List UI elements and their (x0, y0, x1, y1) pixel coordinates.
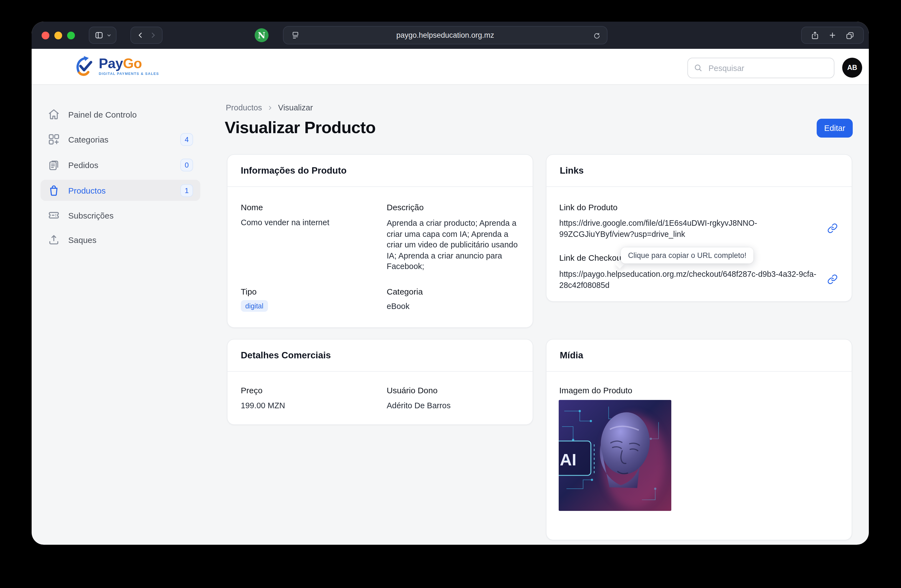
imagem-label: Imagem do Produto (559, 385, 633, 395)
browser-window: N paygo.helpseducation.org.mz (32, 22, 869, 545)
browser-titlebar: N paygo.helpseducation.org.mz (32, 22, 869, 49)
sidebar-badge-productos: 1 (180, 184, 193, 197)
nav-buttons (130, 27, 162, 44)
edit-button[interactable]: Editar (817, 119, 853, 137)
preco-value: 199.00 MZN (241, 401, 285, 410)
sidebar-item-label: Saques (68, 235, 97, 244)
search-box (687, 58, 834, 78)
card-title-comercial: Detalhes Comerciais (241, 350, 331, 360)
logo-text-pay: Pay (99, 56, 123, 71)
reload-icon[interactable] (592, 31, 600, 39)
product-image: AI (559, 400, 671, 511)
sidebar-item-label: Pedidos (68, 160, 98, 170)
close-window-button[interactable] (41, 31, 49, 39)
copy-checkout-link-icon[interactable] (825, 272, 839, 286)
tipo-label: Tipo (241, 287, 257, 296)
card-media: Mídia Imagem do Produto (546, 339, 852, 540)
reader-icon[interactable] (291, 31, 299, 39)
tabs-overview-icon[interactable] (845, 31, 854, 40)
link-checkout-url[interactable]: https://paygo.helpseducation.org.mz/chec… (559, 268, 820, 291)
sidebar-item-label: Categorias (68, 134, 109, 144)
sidebar-item-label: Painel de Controlo (68, 109, 137, 119)
back-button[interactable] (137, 32, 144, 39)
address-bar[interactable]: paygo.helpseducation.org.mz (283, 26, 608, 44)
withdrawals-icon (47, 233, 61, 246)
orders-icon (47, 158, 61, 172)
chevron-right-icon (267, 104, 273, 111)
link-produto-url[interactable]: https://drive.google.com/file/d/1E6s4uDW… (559, 217, 820, 240)
logo-tagline: DIGITAL PAYMENTS & SALES (99, 72, 159, 75)
sidebar-item-label: Productos (68, 186, 106, 195)
breadcrumb-productos[interactable]: Productos (226, 103, 262, 112)
app-header: PayGo DIGITAL PAYMENTS & SALES AB (32, 49, 869, 85)
page-title: Visualizar Producto (225, 118, 376, 137)
product-image-ai-text: AI (560, 451, 577, 469)
share-icon[interactable] (811, 31, 820, 40)
card-links: Links Link do Produto https://drive.goog… (546, 154, 852, 302)
sidebar-item-pedidos[interactable]: Pedidos 0 (41, 154, 200, 175)
card-title-info: Informações do Produto (241, 165, 346, 176)
breadcrumb-visualizar: Visualizar (278, 103, 313, 112)
paygo-logo-mark (74, 55, 94, 77)
categories-icon (47, 133, 61, 146)
search-icon (694, 63, 703, 73)
screen: N paygo.helpseducation.org.mz (0, 0, 901, 588)
breadcrumb: Productos Visualizar (226, 103, 313, 112)
window-actions (801, 27, 864, 44)
home-icon (47, 108, 61, 121)
url-text: paygo.helpseducation.org.mz (396, 31, 494, 39)
logo-text-go: Go (123, 56, 142, 71)
sidebar-item-saques[interactable]: Saques (41, 229, 200, 250)
sidebar-item-categorias[interactable]: Categorias 4 (41, 129, 200, 150)
avatar[interactable]: AB (842, 58, 862, 78)
paygo-logo: PayGo DIGITAL PAYMENTS & SALES (74, 55, 159, 77)
sidebar-item-productos[interactable]: Productos 1 (41, 180, 200, 201)
nome-label: Nome (241, 203, 263, 212)
search-input[interactable] (708, 63, 821, 73)
sidebar-item-label: Subscrições (68, 211, 114, 220)
link-produto-label: Link do Produto (559, 203, 617, 212)
card-product-info: Informações do Produto Nome Como vender … (227, 154, 533, 328)
new-tab-icon[interactable] (828, 31, 837, 39)
preco-label: Preço (241, 385, 262, 395)
extension-icon[interactable]: N (255, 28, 268, 42)
card-commercial-details: Detalhes Comerciais Preço 199.00 MZN Usu… (227, 339, 533, 425)
card-title-links: Links (560, 165, 584, 176)
categoria-label: Categoria (387, 287, 423, 296)
copy-produto-link-icon[interactable] (825, 221, 839, 235)
tipo-badge: digital (241, 300, 268, 312)
zoom-window-button[interactable] (67, 31, 75, 39)
categoria-value: eBook (387, 302, 410, 310)
sidebar-badge-pedidos: 0 (180, 158, 193, 171)
dono-value: Adérito De Barros (387, 401, 451, 410)
descricao-label: Descrição (387, 203, 424, 212)
sidebar-toggle-button[interactable] (89, 27, 117, 44)
descricao-value: Aprenda a criar producto; Aprenda a cria… (387, 218, 521, 272)
link-checkout-label: Link de Checkout (559, 253, 624, 262)
sidebar-badge-categorias: 4 (180, 133, 193, 146)
products-icon (47, 184, 61, 197)
copy-url-tooltip: Clique para copiar o URL completo! (621, 247, 754, 264)
chevron-down-icon (106, 33, 111, 38)
subscriptions-icon (47, 209, 61, 222)
card-title-midia: Mídia (560, 350, 583, 360)
sidebar-item-painel-de-controlo[interactable]: Painel de Controlo (41, 104, 200, 125)
dono-label: Usuário Dono (387, 385, 438, 395)
sidebar-item-subscricoes[interactable]: Subscrições (41, 205, 200, 226)
nome-value: Como vender na internet (241, 218, 329, 227)
minimize-window-button[interactable] (54, 31, 62, 39)
forward-button[interactable] (149, 32, 156, 39)
sidebar-icon (94, 31, 103, 40)
